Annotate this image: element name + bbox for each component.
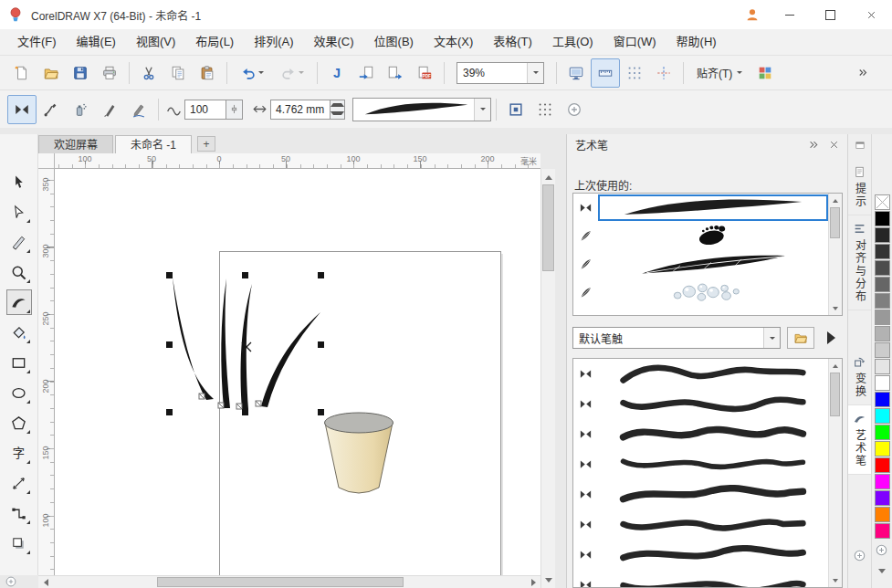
palette-add-icon[interactable] (875, 543, 888, 557)
palette-swatch-13[interactable] (875, 408, 890, 424)
minimize-button[interactable] (769, 0, 810, 29)
last-used-item-3[interactable] (573, 278, 828, 307)
list-scrollbar[interactable] (828, 194, 842, 315)
palette-swatch-14[interactable] (875, 425, 890, 440)
menu-item-11[interactable]: 帮助(H) (666, 30, 727, 54)
menu-item-2[interactable]: 视图(V) (126, 30, 185, 54)
menu-item-6[interactable]: 位图(B) (364, 30, 424, 54)
palette-swatch-10[interactable] (875, 359, 890, 374)
palette-swatch-4[interactable] (875, 260, 890, 276)
palette-scroll-down-icon[interactable] (878, 569, 886, 577)
menu-item-5[interactable]: 效果(C) (304, 30, 364, 54)
palette-swatch-15[interactable] (875, 441, 890, 457)
copy-button[interactable] (163, 58, 193, 88)
palette-swatch-1[interactable] (875, 211, 890, 226)
palette-swatch-20[interactable] (875, 523, 890, 539)
dimension-tool[interactable] (6, 470, 32, 496)
redo-button[interactable] (272, 58, 312, 88)
horizontal-scroll-thumb[interactable] (157, 577, 404, 587)
palette-swatch-none[interactable] (875, 194, 890, 210)
options-button[interactable] (750, 58, 780, 88)
toolbar-overflow-icon[interactable] (841, 58, 885, 88)
stroke-preset-select[interactable] (352, 98, 491, 121)
scroll-up-icon[interactable] (829, 194, 842, 206)
palette-swatch-16[interactable] (875, 457, 890, 473)
publish-pdf-button[interactable]: PDF (410, 58, 439, 88)
last-used-list[interactable] (572, 193, 843, 316)
menu-item-8[interactable]: 表格(T) (483, 30, 542, 54)
snap-to-button[interactable]: 贴齐(T) (688, 60, 750, 86)
pick-tool[interactable] (6, 169, 32, 194)
crop-tool[interactable] (6, 229, 32, 255)
vertical-scroll-thumb[interactable] (542, 184, 554, 271)
maximize-button[interactable] (810, 0, 851, 29)
horizontal-ruler[interactable]: 10050050100150200毫米 (55, 153, 540, 169)
spin-down-icon[interactable] (331, 110, 344, 119)
chevron-down-icon[interactable] (527, 63, 543, 83)
import-button[interactable] (352, 58, 381, 88)
last-used-item-1[interactable] (573, 222, 828, 250)
user-account-icon[interactable] (736, 0, 769, 29)
chevron-down-icon[interactable] (763, 328, 780, 348)
add-circle-button[interactable] (560, 95, 589, 124)
rectangle-tool[interactable] (6, 350, 32, 375)
menu-item-4[interactable]: 排列(A) (244, 30, 303, 54)
smart-fill-tool[interactable] (6, 320, 32, 345)
palette-swatch-6[interactable] (875, 293, 890, 309)
new-tab-button[interactable]: + (197, 136, 215, 152)
scroll-down-icon[interactable] (829, 302, 842, 315)
palette-swatch-9[interactable] (875, 342, 890, 358)
palette-swatch-18[interactable] (875, 490, 890, 506)
paste-button[interactable] (193, 58, 222, 88)
stroke-item-5[interactable] (573, 509, 828, 540)
palette-swatch-19[interactable] (875, 507, 890, 522)
connector-tool[interactable] (6, 500, 32, 526)
scroll-right-icon[interactable] (528, 576, 540, 588)
palette-swatch-3[interactable] (875, 244, 890, 259)
drawing-canvas[interactable] (55, 169, 540, 575)
export-button[interactable] (381, 58, 410, 88)
palette-swatch-7[interactable] (875, 310, 890, 325)
docker-tab-transform[interactable]: 变换 (848, 349, 871, 405)
ruler-origin-corner[interactable] (38, 153, 55, 169)
palette-swatch-8[interactable] (875, 326, 890, 341)
cut-button[interactable] (134, 58, 163, 88)
scroll-up-icon[interactable] (829, 359, 842, 372)
new-document-button[interactable] (7, 58, 37, 88)
stroke-width-input[interactable]: 4.762 mm (270, 100, 331, 120)
stroke-width-stepper[interactable] (331, 100, 345, 120)
smoothing-slider-button[interactable] (226, 100, 243, 120)
stroke-item-3[interactable] (573, 449, 828, 479)
palette-swatch-11[interactable] (875, 375, 890, 391)
last-used-item-0[interactable] (573, 194, 828, 222)
menu-item-9[interactable]: 工具(O) (542, 30, 603, 54)
undo-button[interactable] (232, 58, 272, 88)
quick-customize-icon[interactable] (5, 575, 17, 588)
artistic-media-tool[interactable] (6, 289, 32, 315)
stroke-item-6[interactable] (573, 540, 828, 570)
horizontal-scrollbar[interactable] (38, 575, 540, 588)
zoom-level-select[interactable]: 39% (456, 62, 544, 84)
full-screen-preview-button[interactable] (561, 58, 591, 88)
chevron-down-icon[interactable] (474, 99, 490, 121)
docker-flyout-arrow-icon[interactable] (827, 331, 842, 344)
last-used-item-4[interactable] (573, 307, 828, 316)
search-content-button[interactable]: J (322, 58, 352, 88)
calligraphy-mode-button[interactable] (95, 95, 124, 124)
menu-item-1[interactable]: 编辑(E) (67, 30, 126, 54)
close-button[interactable] (851, 0, 892, 29)
show-guidelines-button[interactable] (649, 58, 678, 88)
docker-tab-artistic-pen[interactable]: 艺术笔 (848, 405, 871, 475)
preset-mode-button[interactable] (7, 95, 37, 124)
last-used-item-2[interactable] (573, 250, 828, 278)
menu-item-7[interactable]: 文本(X) (424, 30, 483, 54)
smoothing-input[interactable]: 100 (184, 100, 226, 120)
zoom-tool[interactable] (6, 259, 32, 285)
list-scrollbar[interactable] (828, 359, 842, 587)
show-rulers-button[interactable] (591, 58, 620, 88)
palette-swatch-5[interactable] (875, 277, 890, 292)
docker-tab-align[interactable]: 对齐与分布 (848, 215, 871, 310)
polygon-tool[interactable] (6, 410, 32, 436)
quick-customize-icon[interactable] (853, 549, 866, 562)
docker-tab-hints[interactable]: 提示 (848, 159, 871, 215)
